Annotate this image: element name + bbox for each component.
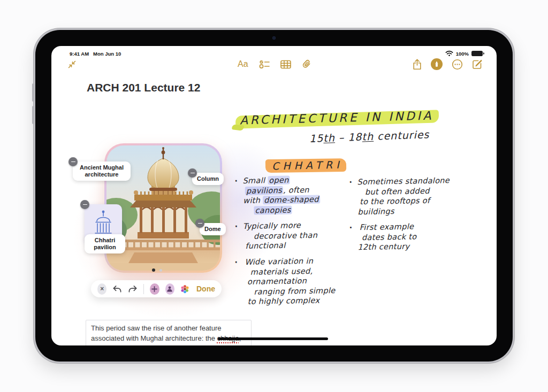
notes-toolbar-center: Aa xyxy=(238,59,311,70)
share-button[interactable] xyxy=(413,59,422,70)
compose-button[interactable] xyxy=(472,59,483,70)
status-time-date: 9:41 AMMon Jun 10 xyxy=(70,51,125,57)
checklist-button[interactable] xyxy=(259,59,270,69)
people-button[interactable] xyxy=(165,283,174,295)
remove-tag-mughal-button[interactable] xyxy=(68,157,78,166)
bullet-sometimes-standalone: · Sometimes standalone but often added t… xyxy=(357,175,491,217)
tag-chhatri-pavilion[interactable]: Chhatri pavilion xyxy=(85,234,125,253)
typed-paragraph[interactable]: This period saw the rise of another feat… xyxy=(86,320,252,345)
home-indicator[interactable] xyxy=(218,337,328,340)
notes-toolbar-right xyxy=(413,58,483,70)
bullet-first-example: · First example dates back to 12th centu… xyxy=(357,220,492,252)
volume-up-button[interactable] xyxy=(32,83,34,102)
status-time: 9:41 AM xyxy=(70,51,89,57)
playground-button[interactable] xyxy=(180,285,189,294)
image-editor-toolbar: × xyxy=(91,280,222,297)
table-button[interactable] xyxy=(280,60,291,69)
more-button[interactable] xyxy=(452,59,463,70)
handwritten-subheading: 15th – 18th centuries xyxy=(309,128,430,144)
bullet-wide-variation: · Wide variation in materials used, orna… xyxy=(242,255,367,307)
section-text: CHHATRI xyxy=(272,159,343,172)
tag-ancient-mughal[interactable]: Ancient Mughal architecture xyxy=(73,162,131,181)
ipad-device: 9:41 AMMon Jun 10 100% xyxy=(35,30,513,362)
page-dots[interactable] xyxy=(152,268,162,272)
remove-tag-dome-button[interactable] xyxy=(195,219,204,228)
redo-button[interactable] xyxy=(128,285,138,293)
bullet-small-open-pavilions: · Small open pavilions, often with dome-… xyxy=(242,174,366,216)
desktop-background: 9:41 AMMon Jun 10 100% xyxy=(0,0,548,392)
note-title[interactable]: ARCH 201 Lecture 12 xyxy=(87,81,200,94)
attachment-icon[interactable] xyxy=(299,57,314,72)
handwritten-section-title: CHHATRI xyxy=(272,159,343,172)
status-bar: 9:41 AMMon Jun 10 100% xyxy=(51,50,497,57)
remove-tag-column-button[interactable] xyxy=(188,168,197,178)
handwritten-left-column: · Small open pavilions, often with dome-… xyxy=(243,175,366,311)
wifi-icon xyxy=(445,50,453,57)
status-date: Mon Jun 10 xyxy=(93,51,121,57)
chhatri-sketch-icon xyxy=(92,210,115,237)
undo-button[interactable] xyxy=(112,285,122,293)
toolbar-divider xyxy=(143,284,144,294)
handwritten-heading: ARCHITECTURE IN INDIA xyxy=(240,109,433,127)
format-button[interactable]: Aa xyxy=(238,59,248,69)
handwritten-right-column: · Sometimes standalone but often added t… xyxy=(357,176,491,257)
page-dot-inactive[interactable] xyxy=(159,269,162,272)
flower-icon xyxy=(180,285,189,294)
notes-app-screen: 9:41 AMMon Jun 10 100% xyxy=(51,46,497,345)
volume-down-button[interactable] xyxy=(32,106,34,124)
done-button[interactable]: Done xyxy=(196,285,215,293)
collapse-button[interactable] xyxy=(67,60,77,69)
heading-text: ARCHITECTURE IN INDIA xyxy=(240,109,433,127)
add-element-button[interactable] xyxy=(150,283,159,295)
remove-sticker-chhatri-button[interactable] xyxy=(80,200,89,209)
close-button[interactable]: × xyxy=(97,283,106,295)
tag-column[interactable]: Column xyxy=(192,173,224,185)
battery-percent: 100% xyxy=(456,51,469,57)
front-camera xyxy=(272,36,276,40)
bullet-typically-decorative: · Typically more decorative than functio… xyxy=(243,219,367,251)
battery-icon xyxy=(471,51,483,56)
page-dot-active[interactable] xyxy=(152,268,155,272)
pencil-button[interactable] xyxy=(431,58,443,70)
